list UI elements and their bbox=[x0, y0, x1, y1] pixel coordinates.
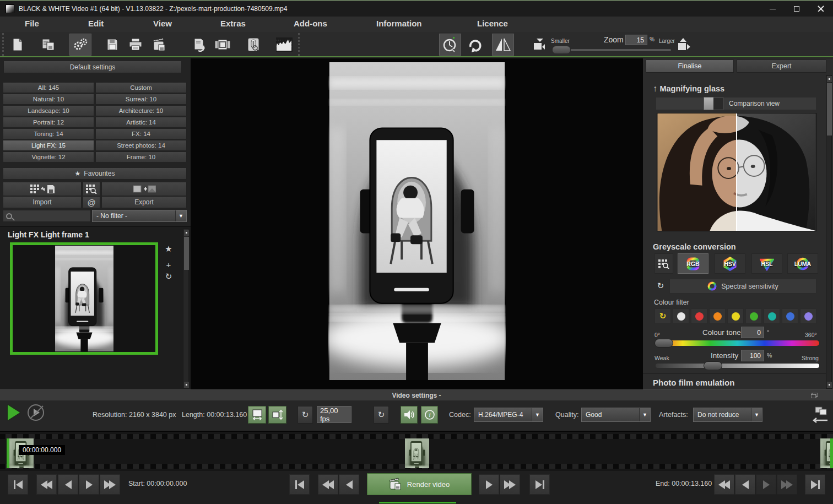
colour-filter-yellow[interactable] bbox=[727, 308, 744, 324]
range-step-back-button[interactable] bbox=[339, 474, 359, 495]
clip-end-marker[interactable] bbox=[830, 438, 833, 468]
range-rewind-button[interactable] bbox=[318, 474, 338, 495]
colour-filter-purple[interactable] bbox=[800, 308, 816, 324]
range-go-to-start-button[interactable] bbox=[289, 474, 310, 495]
print-button[interactable] bbox=[125, 34, 147, 56]
copy-project-button[interactable] bbox=[37, 34, 60, 56]
exposure-check-button[interactable] bbox=[242, 34, 264, 56]
play-button[interactable] bbox=[479, 474, 499, 495]
preset-list-scrollbar[interactable] bbox=[183, 229, 189, 388]
reset-audio-button[interactable]: ↻ bbox=[374, 406, 389, 424]
storyboard-button[interactable] bbox=[212, 34, 234, 56]
fit-width-button[interactable] bbox=[248, 406, 266, 424]
greyscale-browse-button[interactable] bbox=[654, 253, 673, 274]
category-landscape[interactable]: Landscape: 10 bbox=[3, 105, 94, 116]
end-go-to-end-button[interactable] bbox=[805, 474, 825, 495]
zoom-slider-handle[interactable] bbox=[552, 46, 571, 54]
artefacts-dropdown[interactable]: Do not reduce ▼ bbox=[693, 408, 762, 422]
go-to-end-button[interactable] bbox=[529, 474, 550, 495]
video-preview-area[interactable] bbox=[191, 58, 643, 389]
scrollbar-thumb[interactable] bbox=[184, 237, 189, 270]
redo-button[interactable] bbox=[464, 34, 486, 56]
import-icon-button[interactable] bbox=[3, 182, 82, 196]
refresh-preset-icon[interactable]: ↻ bbox=[163, 270, 175, 283]
colour-filter-white[interactable] bbox=[673, 308, 689, 324]
transfer-frames-button[interactable] bbox=[811, 403, 831, 428]
step-forward-button[interactable] bbox=[79, 474, 99, 495]
colour-filter-blue[interactable] bbox=[782, 308, 798, 324]
import-button[interactable]: Import bbox=[3, 196, 82, 208]
category-frame[interactable]: Frame: 10 bbox=[95, 151, 187, 162]
end-fast-rewind-button[interactable] bbox=[714, 474, 734, 495]
colour-filter-orange[interactable] bbox=[709, 308, 726, 324]
colour-tone-slider-track[interactable] bbox=[656, 340, 819, 346]
maximize-button[interactable] bbox=[785, 1, 809, 17]
menu-edit[interactable]: Edit bbox=[88, 19, 104, 28]
fps-input[interactable]: 25,00 fps bbox=[317, 406, 351, 423]
zoom-value-input[interactable]: 15 bbox=[625, 35, 647, 45]
category-vignette[interactable]: Vignette: 12 bbox=[3, 151, 94, 162]
colour-tone-slider-handle[interactable] bbox=[654, 339, 673, 348]
end-step-forward-button[interactable] bbox=[756, 474, 776, 495]
greyscale-mode-hsl[interactable]: HSL bbox=[751, 253, 782, 274]
preset-search-input[interactable] bbox=[3, 210, 91, 222]
menu-view[interactable]: View bbox=[153, 19, 172, 28]
greyscale-mode-luma[interactable]: LUMA bbox=[787, 253, 818, 274]
colour-filter-teal[interactable] bbox=[764, 308, 780, 324]
comparison-preview-image[interactable] bbox=[657, 113, 816, 231]
manage-presets-button[interactable] bbox=[83, 182, 100, 196]
video-settings-header[interactable]: Video settings - bbox=[0, 389, 833, 400]
fast-forward-button-2[interactable] bbox=[500, 474, 520, 495]
menu-addons[interactable]: Add-ons bbox=[294, 19, 327, 28]
end-fast-forward-button[interactable] bbox=[777, 474, 797, 495]
close-button[interactable] bbox=[809, 1, 833, 17]
preview-smaller-button[interactable] bbox=[530, 34, 548, 56]
photo-film-emulation-header[interactable]: Photo film emulation bbox=[653, 378, 734, 387]
minimize-button[interactable] bbox=[760, 1, 785, 17]
comparison-view-toggle[interactable] bbox=[704, 97, 723, 110]
preset-filter-dropdown[interactable]: - No filter - ▼ bbox=[92, 210, 187, 222]
menu-information[interactable]: Information bbox=[376, 19, 422, 28]
tab-finalise[interactable]: Finalise bbox=[646, 59, 734, 73]
end-step-back-button[interactable] bbox=[735, 474, 755, 495]
category-natural[interactable]: Natural: 10 bbox=[3, 94, 94, 105]
default-settings-button[interactable]: Default settings bbox=[3, 61, 182, 73]
render-video-button[interactable]: Render video bbox=[367, 473, 472, 495]
reset-spectral-button[interactable]: ↻ bbox=[654, 279, 667, 293]
step-back-button[interactable] bbox=[58, 474, 78, 495]
category-light-fx[interactable]: Light FX: 15 bbox=[3, 140, 94, 151]
colour-filter-red[interactable] bbox=[691, 308, 707, 324]
save-button[interactable] bbox=[101, 34, 123, 56]
histogram-button[interactable] bbox=[273, 34, 295, 56]
timeline[interactable]: 00:00:00.000 bbox=[0, 431, 833, 471]
category-toning[interactable]: Toning: 14 bbox=[3, 128, 94, 139]
scroll-down-button[interactable] bbox=[184, 382, 189, 388]
tab-expert[interactable]: Expert bbox=[737, 59, 826, 73]
greyscale-mode-rgb[interactable]: RGB bbox=[678, 253, 708, 274]
fit-height-button[interactable] bbox=[268, 406, 286, 424]
scroll-up-button[interactable] bbox=[184, 230, 189, 236]
audio-toggle-button[interactable] bbox=[401, 406, 418, 424]
mirror-button[interactable] bbox=[492, 34, 514, 56]
export-button[interactable]: Export bbox=[101, 196, 187, 208]
menu-extras[interactable]: Extras bbox=[220, 19, 246, 28]
intensity-slider-track[interactable] bbox=[656, 364, 819, 368]
category-all[interactable]: All: 145 bbox=[3, 82, 94, 93]
greyscale-mode-hsv[interactable]: HSV bbox=[715, 253, 745, 274]
preview-larger-button[interactable] bbox=[674, 34, 693, 56]
fast-rewind-button[interactable] bbox=[36, 474, 57, 495]
category-fx[interactable]: FX: 14 bbox=[95, 128, 187, 139]
online-presets-button[interactable]: @ bbox=[83, 196, 100, 208]
magnifying-glass-header[interactable]: ↑ Magnifying glass bbox=[653, 84, 724, 94]
category-artistic[interactable]: Artistic: 14 bbox=[95, 117, 187, 128]
audio-info-button[interactable]: i bbox=[421, 406, 438, 424]
detach-icon[interactable] bbox=[811, 393, 818, 398]
settings-button[interactable] bbox=[69, 34, 91, 56]
category-surreal[interactable]: Surreal: 10 bbox=[95, 94, 187, 105]
menu-licence[interactable]: Licence bbox=[477, 19, 508, 28]
export-icon-button[interactable] bbox=[101, 182, 187, 196]
intensity-slider-handle[interactable] bbox=[704, 361, 722, 370]
scroll-up-button[interactable] bbox=[827, 76, 832, 82]
spectral-sensitivity-button[interactable]: Spectral sensitivity bbox=[669, 279, 816, 294]
loop-play-button[interactable] bbox=[28, 404, 44, 421]
